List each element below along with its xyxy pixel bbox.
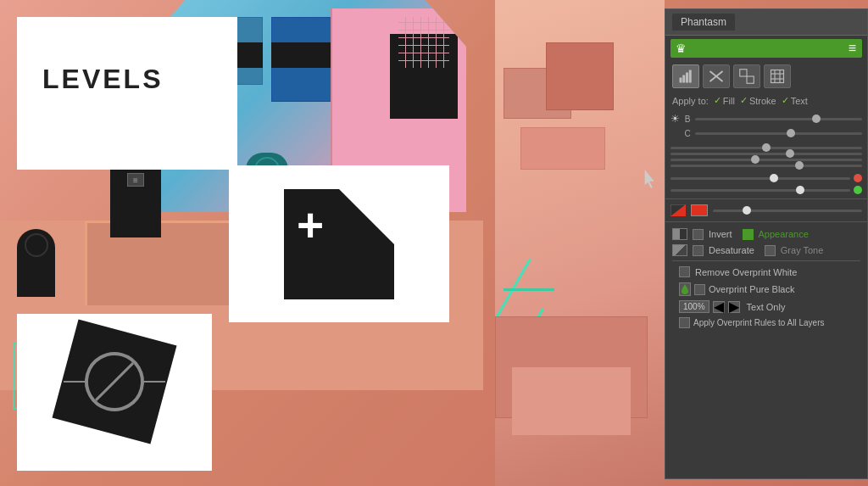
menu-icon[interactable]: ≡ [849,41,857,56]
brightness-icon: ☀ [670,113,680,125]
desaturate-label: Desaturate [709,245,754,255]
brightness-slider[interactable] [695,118,862,120]
ch-slider-1 [670,147,862,149]
drop-icon [679,282,691,296]
fill-checkmark: ✓ [714,95,721,106]
remove-overprint-label: Remove Overprint White [695,267,797,277]
svg-rect-1 [682,75,685,83]
appearance-label: Appearance [759,229,809,239]
ch-slider-4 [670,165,862,167]
crown-icon: ♛ [676,42,687,55]
ch-slider-track-1[interactable] [670,147,862,149]
plus-minus-panel: + − [229,165,449,322]
levels-title: LEVELS [42,64,163,95]
svg-rect-12 [771,70,784,83]
grid-tool-button[interactable] [764,64,791,88]
green-channel-slider[interactable] [670,189,850,192]
levels-tool-button[interactable] [703,64,730,88]
gray-tone-label: Gray Tone [781,245,824,255]
text-checkmark: ✓ [782,95,789,106]
red-dot [854,174,862,182]
svg-rect-3 [689,70,692,83]
stroke-checkbox-item[interactable]: ✓ Stroke [740,95,776,106]
c-label: C [683,129,692,138]
checkbox-section: Invert Appearance Desaturate Gray Tone R… [665,225,867,334]
phantasm-panel: Phantasm ♛ ≡ Apply [665,8,868,479]
remove-overprint-checkbox[interactable] [679,266,690,277]
cursor-indicator [642,170,660,193]
divider-3 [672,260,860,261]
exposure-icon: + − [284,189,394,299]
stroke-checkmark: ✓ [740,95,748,106]
tool-icons-row [665,61,867,92]
overprint-black-label: Overprint Pure Black [709,284,794,294]
text-only-label: Text Only [747,302,786,312]
apply-all-layers-label: Apply Overprint Rules to All Layers [693,318,825,327]
apply-all-layers-row: Apply Overprint Rules to All Layers [672,315,860,331]
percent-value[interactable]: 100% [679,300,709,313]
fill-checkbox-item[interactable]: ✓ Fill [714,95,735,106]
red-slider-row [665,172,867,184]
arrow-left-button[interactable]: ◀ [713,301,725,313]
b-label: B [683,115,692,124]
green-dot [854,186,862,194]
red-main-slider[interactable] [713,209,862,212]
circle-logo-panel [17,314,212,471]
curves-tool-button[interactable] [733,64,760,88]
svg-rect-2 [686,73,688,83]
green-preset-bar[interactable]: ♛ ≡ [670,39,862,58]
character-2 [17,229,55,297]
bc-sliders-section: ☀ B ☀ C [665,109,867,145]
desaturate-checkbox[interactable] [693,245,704,256]
gray-tone-checkbox[interactable] [765,245,776,256]
percent-row: 100% ◀ ▶ Text Only [672,299,860,315]
channel-sliders-section [665,145,867,172]
ch-slider-track-2[interactable] [670,153,862,155]
text-label: Text [791,96,808,106]
invert-icon [672,228,687,240]
contrast-slider[interactable] [695,132,862,135]
contrast-slider-row: ☀ C [670,127,862,139]
svg-rect-6 [740,70,747,76]
invert-label: Invert [709,229,732,239]
color-indicator-row [665,202,867,219]
logo-rotated [53,320,177,444]
desaturate-row: Desaturate Gray Tone [672,244,860,256]
red-swatch[interactable] [691,204,708,216]
divider-1 [665,198,867,199]
panel-titlebar: Phantasm [665,9,867,36]
text-checkbox-item[interactable]: ✓ Text [782,95,808,106]
ch-slider-track-3[interactable] [670,159,862,161]
svg-rect-0 [680,78,682,83]
right-scene [495,0,665,486]
invert-row: Invert Appearance [672,228,860,240]
color-icon [670,204,686,216]
stroke-label: Stroke [749,96,776,106]
arrow-right-button[interactable]: ▶ [728,301,740,313]
overprint-black-row: Overprint Pure Black [672,280,860,299]
desaturate-icon [672,244,687,256]
divider-2 [665,221,867,222]
apply-to-label: Apply to: [672,96,709,106]
appearance-checkbox[interactable] [743,229,754,240]
ch-slider-2 [670,153,862,155]
red-channel-slider[interactable] [670,177,850,180]
overprint-black-checkbox[interactable] [694,284,705,295]
apply-all-layers-checkbox[interactable] [679,317,690,328]
levels-panel: LEVELS [17,17,237,170]
invert-checkbox[interactable] [693,229,704,240]
brightness-slider-row: ☀ B [670,113,862,125]
fill-label: Fill [723,96,735,106]
remove-overprint-row: Remove Overprint White [672,264,860,280]
apply-to-row: Apply to: ✓ Fill ✓ Stroke ✓ Text [665,92,867,109]
panel-tab[interactable]: Phantasm [672,14,735,31]
ch-slider-3 [670,159,862,161]
svg-rect-7 [747,76,754,83]
histogram-tool-button[interactable] [672,64,699,88]
green-slider-row [665,184,867,196]
ch-slider-track-4[interactable] [670,165,862,167]
